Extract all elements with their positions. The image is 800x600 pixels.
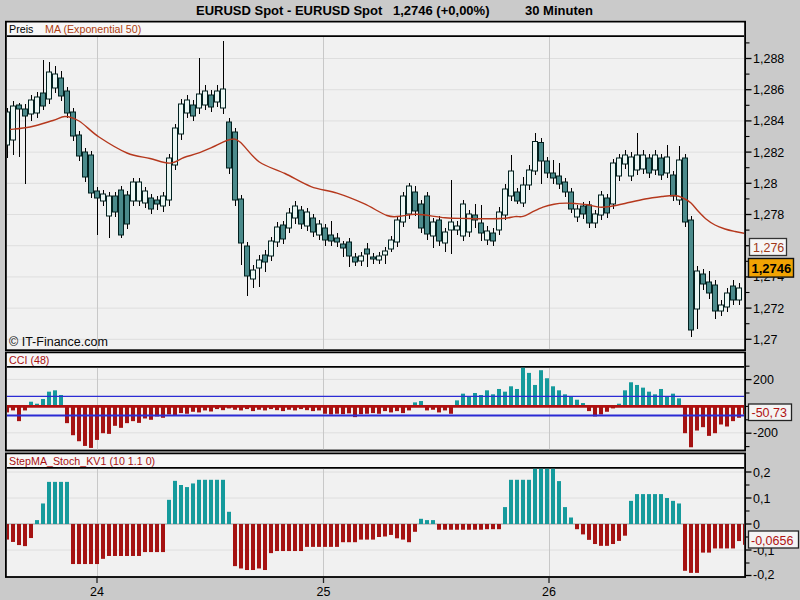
svg-text:Preis: Preis bbox=[9, 23, 33, 35]
svg-text:0,2: 0,2 bbox=[753, 466, 770, 480]
svg-text:1,276: 1,276 bbox=[753, 241, 784, 255]
svg-text:25: 25 bbox=[317, 585, 331, 599]
svg-text:-200: -200 bbox=[753, 426, 778, 440]
svg-text:1,282: 1,282 bbox=[753, 146, 784, 160]
svg-text:-0,0656: -0,0656 bbox=[751, 534, 793, 548]
svg-text:-0,2: -0,2 bbox=[753, 568, 775, 582]
svg-text:24: 24 bbox=[90, 585, 104, 599]
svg-text:EURUSD Spot - EURUSD Spot: EURUSD Spot - EURUSD Spot bbox=[196, 3, 383, 18]
svg-text:0,1: 0,1 bbox=[753, 492, 770, 506]
svg-text:1,272: 1,272 bbox=[753, 302, 784, 316]
svg-text:1,2746: 1,2746 bbox=[752, 261, 792, 276]
svg-text:1,286: 1,286 bbox=[753, 83, 784, 97]
svg-text:© IT-Finance.com: © IT-Finance.com bbox=[9, 335, 108, 349]
svg-text:StepMA_Stoch_KV1 (10 1.1 0): StepMA_Stoch_KV1 (10 1.1 0) bbox=[9, 455, 155, 467]
svg-text:CCI (48): CCI (48) bbox=[9, 354, 49, 366]
svg-text:-50,73: -50,73 bbox=[752, 406, 787, 420]
svg-text:26: 26 bbox=[542, 585, 556, 599]
svg-text:1,27: 1,27 bbox=[753, 333, 777, 347]
svg-text:1,278: 1,278 bbox=[753, 208, 784, 222]
svg-text:MA (Exponential 50): MA (Exponential 50) bbox=[45, 23, 141, 35]
svg-text:1,28: 1,28 bbox=[753, 177, 777, 191]
svg-text:1,288: 1,288 bbox=[753, 52, 784, 66]
svg-text:1,284: 1,284 bbox=[753, 114, 784, 128]
svg-text:1,2746 (+0,00%): 1,2746 (+0,00%) bbox=[393, 3, 489, 18]
svg-text:0: 0 bbox=[753, 518, 760, 532]
svg-text:200: 200 bbox=[753, 373, 774, 387]
svg-text:30 Minuten: 30 Minuten bbox=[525, 3, 593, 18]
